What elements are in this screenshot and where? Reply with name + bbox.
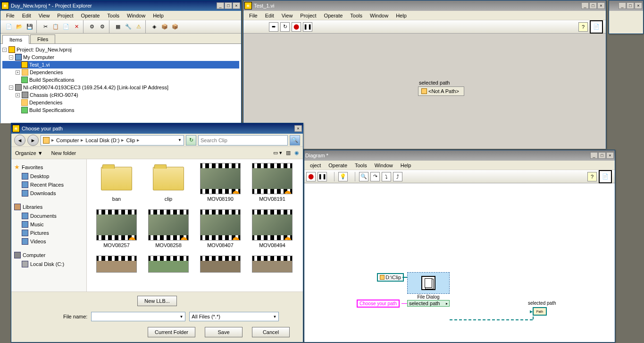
chevron-down-icon[interactable]: ▼ <box>178 138 182 142</box>
tab-items[interactable]: Items <box>2 35 29 44</box>
tool-button[interactable]: ⚙ <box>98 22 107 32</box>
filename-combo[interactable]: ▼ <box>91 312 185 321</box>
file-item[interactable]: ▶MOV08494 <box>246 209 298 256</box>
sidebar-local-c[interactable]: Local Disk (C:) <box>13 260 84 268</box>
pause-button[interactable]: ❚❚ <box>318 172 327 181</box>
breadcrumb-disk[interactable]: Local Disk (D:) <box>85 137 119 143</box>
cut-button[interactable]: ✂ <box>41 22 50 32</box>
sidebar-desktop[interactable]: Desktop <box>13 172 84 180</box>
menu-tools[interactable]: Tools <box>351 162 371 169</box>
expand-button[interactable]: + <box>16 93 20 97</box>
expand-button[interactable]: − <box>2 48 7 52</box>
menu-file[interactable]: File <box>245 12 261 19</box>
filter-combo[interactable]: All Files (*.*)▼ <box>189 312 279 321</box>
breadcrumb-sep[interactable]: ▸ <box>121 137 124 143</box>
path-constant[interactable]: D:\Clip <box>377 273 404 282</box>
menu-project[interactable]: Project <box>53 12 77 19</box>
minimize-button[interactable]: _ <box>217 2 224 9</box>
sidebar-music[interactable]: Music <box>13 220 84 229</box>
string-constant[interactable]: Choose your path <box>357 300 400 308</box>
menu-tools[interactable]: Tools <box>103 12 123 19</box>
breadcrumb-sep[interactable]: ▸ <box>81 137 84 143</box>
file-item[interactable]: ▶MOV08407 <box>194 209 246 256</box>
breadcrumb-sep[interactable]: ▸ <box>137 137 140 143</box>
libraries-header[interactable]: Libraries <box>13 202 84 212</box>
current-folder-button[interactable]: Current Folder <box>148 327 195 337</box>
close-button[interactable]: × <box>233 2 240 9</box>
vi-icon-pane[interactable]: 📄 <box>590 20 603 34</box>
close-button[interactable]: × <box>606 152 614 159</box>
tool-button[interactable]: ▦ <box>113 22 123 32</box>
sidebar-documents[interactable]: Documents <box>13 212 84 220</box>
delete-button[interactable]: ✕ <box>72 22 81 32</box>
project-tree[interactable]: − Project: Duy_New.lvproj − My Computer … <box>0 44 241 123</box>
file-item[interactable] <box>142 256 194 274</box>
titlebar[interactable]: R Duy_New.lvproj * - Project Explorer _ … <box>0 0 241 11</box>
step-button[interactable]: ↷ <box>370 172 380 181</box>
menu-window[interactable]: Window <box>371 162 397 169</box>
path-indicator-terminal[interactable]: Path <box>533 307 547 316</box>
maximize-button[interactable]: □ <box>627 2 634 9</box>
file-item[interactable]: ▶MOV08191 <box>246 163 298 209</box>
open-button[interactable]: 📂 <box>15 22 24 32</box>
cancel-button[interactable]: Cancel <box>252 327 290 337</box>
tool-button[interactable]: 📦 <box>170 22 180 32</box>
menu-window[interactable]: Window <box>123 12 149 19</box>
computer-header[interactable]: Computer <box>13 250 84 260</box>
help-button[interactable]: ? <box>587 172 597 181</box>
maximize-button[interactable]: □ <box>598 152 606 159</box>
close-button[interactable]: × <box>294 125 302 132</box>
tree-crio[interactable]: NI-cRIO9074-0193CEC3 (169.254.4.42) [Lin… <box>23 85 168 90</box>
file-item[interactable]: ban <box>91 163 142 209</box>
sidebar-recent[interactable]: Recent Places <box>13 180 84 189</box>
tree-test1[interactable]: Test_1.vi <box>29 62 50 68</box>
menu-operate[interactable]: Operate <box>77 12 104 19</box>
tree-deps[interactable]: Dependencies <box>30 69 63 75</box>
copy-button[interactable]: 📋 <box>51 22 60 32</box>
menu-view[interactable]: View <box>278 12 297 19</box>
breadcrumb-sep[interactable]: ▸ <box>51 137 54 143</box>
search-input[interactable] <box>198 135 288 146</box>
view-button[interactable]: ▭ ▾ <box>273 150 282 156</box>
titlebar[interactable]: R Test_1.vi _ □ × <box>243 0 606 11</box>
menu-edit[interactable]: Edit <box>18 12 35 19</box>
file-dialog-node[interactable]: File Dialog selected path ▸ <box>407 272 450 307</box>
probe-button[interactable]: 🔍 <box>359 172 368 181</box>
file-item[interactable]: ▶MOV08258 <box>142 209 194 256</box>
menu-operate[interactable]: Operate <box>320 12 347 19</box>
save-button[interactable]: 💾 <box>25 22 34 32</box>
sidebar-downloads[interactable]: Downloads <box>13 189 84 197</box>
titlebar[interactable]: Diagram * _ □ × <box>304 150 615 161</box>
breadcrumb-computer[interactable]: Computer <box>56 137 79 143</box>
menu-project[interactable]: Project <box>296 12 320 19</box>
warn-button[interactable]: ⚠ <box>134 22 143 32</box>
expand-button[interactable]: + <box>16 70 20 75</box>
menu-help[interactable]: Help <box>149 12 167 19</box>
search-button[interactable]: 🔍 <box>290 135 300 146</box>
menu-help[interactable]: Help <box>397 162 415 169</box>
back-button[interactable]: ◄ <box>14 135 25 146</box>
pause-button[interactable]: ❚❚ <box>303 22 312 32</box>
tool-button[interactable]: ⚙ <box>87 22 97 32</box>
run-cont-button[interactable]: ↻ <box>280 22 290 32</box>
forward-button[interactable]: ► <box>27 135 39 146</box>
block-diagram[interactable]: D:\Clip Choose your path File Dialog sel… <box>304 183 615 342</box>
tool-button[interactable]: 📦 <box>160 22 169 32</box>
step-button[interactable]: ⤴ <box>393 172 402 181</box>
new-llb-button[interactable]: New LLB... <box>137 296 177 306</box>
organize-button[interactable]: Organize ▼ <box>15 150 43 156</box>
abort-button[interactable]: ⬤ <box>306 172 316 181</box>
expand-button[interactable]: − <box>9 55 13 60</box>
tab-files[interactable]: Files <box>30 34 55 43</box>
maximize-button[interactable]: □ <box>225 2 232 9</box>
file-item[interactable] <box>91 256 142 274</box>
help-icon[interactable]: ◉ <box>294 150 299 156</box>
menu-view[interactable]: View <box>35 12 54 19</box>
tree-root[interactable]: Project: Duy_New.lvproj <box>17 47 72 52</box>
menu-project[interactable]: oject <box>306 162 325 169</box>
close-button[interactable]: × <box>597 2 605 9</box>
file-item[interactable] <box>194 256 246 274</box>
abort-button[interactable]: ⬤ <box>292 22 301 32</box>
new-button[interactable]: 📄 <box>4 22 14 32</box>
tree-builds[interactable]: Build Specifications <box>29 77 74 83</box>
